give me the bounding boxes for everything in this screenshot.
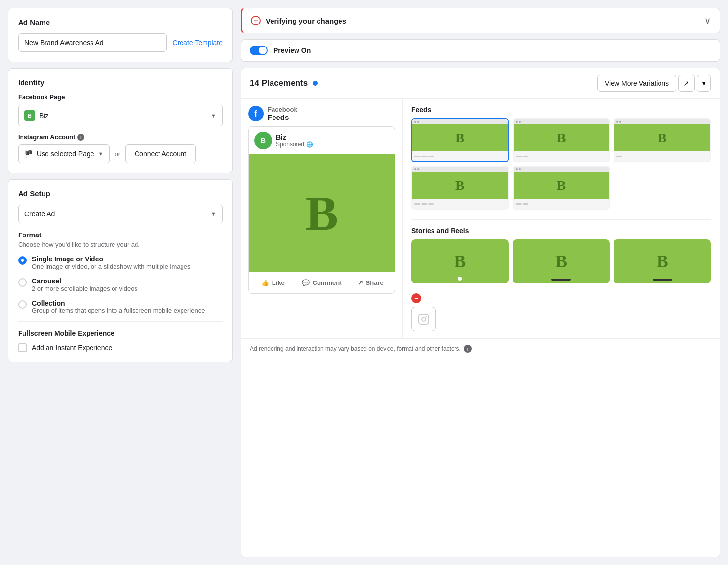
feed-thumb-2[interactable]: B [513,118,610,162]
format-title: Format [18,231,223,239]
story-thumb-2[interactable]: B [513,239,610,283]
or-text: or [114,150,120,158]
verifying-bar: − Verifying your changes ∨ [241,8,720,33]
info-icon: i [77,134,84,141]
preview-bar: Preview On [241,39,720,62]
radio-carousel[interactable]: Carousel 2 or more scrollable images or … [18,277,223,292]
verifying-text: Verifying your changes [266,17,346,25]
main-preview: f Facebook Feeds B Biz [241,99,403,338]
radio-single-image[interactable]: Single Image or Video One image or video… [18,255,223,270]
ad-avatar: B [254,132,272,149]
view-more-button[interactable]: View More Variations [597,75,676,92]
share-button[interactable]: ↗ Share [346,276,395,289]
ad-setup-card: Ad Setup Create Ad ▼ Format Choose how y… [8,179,233,362]
instagram-page-select[interactable]: 🏴 Use selected Page ▼ [18,144,110,163]
create-ad-chevron: ▼ [211,211,216,217]
like-button[interactable]: 👍 Like [249,276,297,289]
radio-carousel-circle[interactable] [18,278,27,287]
page-chevron-icon: ▼ [211,113,216,118]
page-icon: B [24,110,35,121]
fb-platform-labels: Facebook Feeds [268,106,297,121]
dropdown-button[interactable]: ▾ [697,75,711,92]
feed-thumb-4[interactable]: B [411,166,509,210]
radio-single-image-circle[interactable] [18,256,27,265]
ad-name-title: Ad Name [18,18,223,26]
story-thumb-1[interactable]: B [411,239,509,283]
ad-actions: 👍 Like 💬 Comment ↗ Share [249,272,395,293]
instagram-placeholder [411,307,436,331]
ad-name-card: Ad Name Create Template [8,8,233,62]
format-description: Choose how you'd like to structure your … [18,241,223,248]
feed-thumb-1[interactable]: B [411,118,509,162]
create-ad-select[interactable]: Create Ad ▼ [18,205,223,223]
instagram-account-label: Instagram Account i [18,133,223,141]
blue-dot-indicator [313,81,318,86]
create-template-link[interactable]: Create Template [173,39,223,47]
external-link-button[interactable]: ↗ [678,75,695,92]
create-ad-label: Create Ad [24,210,55,218]
right-panel: − Verifying your changes ∨ Preview On 14… [241,8,720,557]
share-icon: ↗ [358,279,363,286]
feed-thumb-3[interactable]: B [614,118,711,162]
like-icon: 👍 [261,279,269,286]
radio-collection[interactable]: Collection Group of items that opens int… [18,299,223,314]
preview-label: Preview On [273,47,311,54]
page-name: Biz [39,112,48,119]
radio-single-image-label: Single Image or Video [32,255,190,263]
ad-card: B Biz Sponsored 🌐 ··· [248,126,395,294]
placements-panel: 14 Placements View More Variations ↗ ▾ f [241,68,720,557]
verifying-chevron-icon[interactable]: ∨ [705,15,711,26]
story-thumb-3[interactable]: B [614,239,711,283]
fullscreen-title: Fullscreen Mobile Experience [18,330,223,337]
identity-title: Identity [18,78,223,87]
comment-button[interactable]: 💬 Comment [297,276,346,289]
platform-name: Facebook [268,106,297,113]
ad-setup-title: Ad Setup [18,189,223,198]
radio-single-image-sublabel: One image or video, or a slideshow with … [32,263,190,270]
placement-name: Feeds [268,113,297,121]
placements-header: 14 Placements View More Variations ↗ ▾ [241,68,720,99]
instant-experience-row[interactable]: Add an Instant Experience [18,343,223,352]
radio-carousel-label: Carousel [32,277,137,285]
preview-toggle[interactable] [250,46,268,55]
instant-experience-label: Add an Instant Experience [32,344,112,352]
stories-section-title: Stories and Reels [411,227,711,235]
facebook-platform-icon: f [248,106,264,121]
radio-collection-circle[interactable] [18,300,27,309]
left-panel: Ad Name Create Template Identity Faceboo… [8,8,233,557]
identity-card: Identity Facebook Page B Biz ▼ Instagram… [8,68,233,173]
ad-name-input[interactable] [18,33,167,52]
placements-body: f Facebook Feeds B Biz [241,99,720,338]
svg-point-1 [422,317,426,321]
ad-user-name: Biz [276,133,313,141]
connect-account-button[interactable]: Connect Account [125,144,196,163]
feeds-section-title: Feeds [411,106,711,114]
feeds-thumbnails-grid: B B [411,118,711,210]
ad-sponsored: Sponsored 🌐 [276,141,313,148]
ad-image-b-letter: B [305,185,338,241]
ad-card-header: B Biz Sponsored 🌐 ··· [249,127,395,154]
facebook-page-label: Facebook Page [18,94,223,101]
radio-collection-sublabel: Group of items that opens into a fullscr… [32,307,205,314]
dots-menu-icon[interactable]: ··· [382,136,389,146]
feed-thumb-5[interactable]: B [513,166,610,210]
ig-select-label: Use selected Page [37,150,94,158]
radio-collection-label: Collection [32,299,205,307]
thumbnails-panel: Feeds B [403,99,720,338]
radio-carousel-sublabel: 2 or more scrollable images or videos [32,285,137,292]
ad-image: B [249,154,395,272]
minus-red-icon: − [411,293,421,303]
svg-rect-0 [419,314,429,324]
instant-experience-checkbox[interactable] [18,343,27,352]
stories-section: Stories and Reels B B [411,219,711,331]
globe-icon: 🌐 [306,141,313,148]
svg-point-2 [426,316,427,317]
ig-chevron-icon: ▼ [98,151,104,157]
disabled-row: − [411,293,711,303]
comment-icon: 💬 [302,279,310,286]
facebook-page-select[interactable]: B Biz ▼ [18,105,223,126]
footer-note: Ad rendering and interaction may vary ba… [241,338,720,358]
flag-icon: 🏴 [24,150,33,158]
placements-count: 14 Placements [250,78,308,88]
stories-thumbnails-grid: B B B [411,239,711,283]
